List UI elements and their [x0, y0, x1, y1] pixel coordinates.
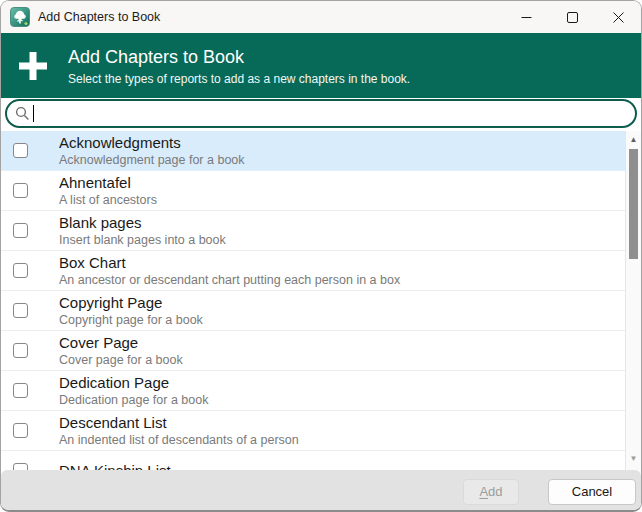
app-logo-icon: [10, 7, 30, 27]
scroll-down-icon[interactable]: ▼: [626, 452, 641, 466]
list-item[interactable]: Cover Page Cover page for a book: [1, 331, 641, 371]
minimize-icon: [521, 12, 532, 23]
dialog-title: Add Chapters to Book: [68, 46, 410, 68]
list-item[interactable]: Dedication Page Dedication page for a bo…: [1, 371, 641, 411]
item-text: Ahnentafel A list of ancestors: [59, 173, 157, 208]
titlebar[interactable]: Add Chapters to Book: [1, 1, 641, 33]
list-item[interactable]: Acknowledgments Acknowledgment page for …: [1, 131, 641, 171]
item-text: Box Chart An ancestor or descendant char…: [59, 253, 400, 288]
item-text: Cover Page Cover page for a book: [59, 333, 183, 368]
minimize-button[interactable]: [503, 1, 549, 33]
window-title: Add Chapters to Book: [38, 10, 160, 24]
item-checkbox[interactable]: [13, 343, 28, 358]
add-button[interactable]: Add: [463, 479, 519, 505]
item-description: Acknowledgment page for a book: [59, 152, 245, 168]
text-caret: [33, 105, 34, 122]
item-checkbox[interactable]: [13, 183, 28, 198]
report-list: Acknowledgments Acknowledgment page for …: [1, 131, 641, 470]
search-icon: [15, 106, 30, 121]
item-checkbox[interactable]: [13, 423, 28, 438]
action-bar: Add Cancel: [1, 470, 641, 512]
scrollbar-thumb[interactable]: [629, 149, 638, 259]
item-checkbox[interactable]: [13, 463, 28, 470]
close-button[interactable]: [595, 1, 641, 33]
list-item[interactable]: Blank pages Insert blank pages into a bo…: [1, 211, 641, 251]
item-description: Copyright page for a book: [59, 312, 203, 328]
item-text: Acknowledgments Acknowledgment page for …: [59, 133, 245, 168]
item-text: Copyright Page Copyright page for a book: [59, 293, 203, 328]
item-text: Blank pages Insert blank pages into a bo…: [59, 213, 226, 248]
item-title: Ahnentafel: [59, 173, 157, 192]
item-description: Dedication page for a book: [59, 392, 208, 408]
item-checkbox[interactable]: [13, 303, 28, 318]
dialog-window: Add Chapters to Book Add Chapters to Boo…: [0, 0, 642, 512]
plus-add-icon: [16, 49, 50, 83]
list-item[interactable]: DNA Kinship List: [1, 451, 641, 470]
item-title: Dedication Page: [59, 373, 208, 392]
item-text: DNA Kinship List: [59, 461, 171, 470]
list-item[interactable]: Descendant List An indented list of desc…: [1, 411, 641, 451]
maximize-icon: [567, 12, 578, 23]
item-text: Dedication Page Dedication page for a bo…: [59, 373, 208, 408]
dialog-header: Add Chapters to Book Select the types of…: [1, 33, 641, 98]
list-item[interactable]: Ahnentafel A list of ancestors: [1, 171, 641, 211]
item-title: Box Chart: [59, 253, 400, 272]
item-title: Blank pages: [59, 213, 226, 232]
scrollbar[interactable]: ▲ ▼: [625, 131, 641, 470]
window-controls: [503, 1, 641, 33]
search-input[interactable]: [36, 102, 635, 125]
item-description: A list of ancestors: [59, 192, 157, 208]
item-checkbox[interactable]: [13, 263, 28, 278]
item-title: Descendant List: [59, 413, 299, 432]
item-checkbox[interactable]: [13, 383, 28, 398]
list-item[interactable]: Copyright Page Copyright page for a book: [1, 291, 641, 331]
scroll-up-icon[interactable]: ▲: [626, 133, 641, 147]
search-area: [1, 98, 641, 131]
cancel-button[interactable]: Cancel: [548, 479, 636, 505]
item-title: Acknowledgments: [59, 133, 245, 152]
item-title: DNA Kinship List: [59, 461, 171, 470]
item-title: Cover Page: [59, 333, 183, 352]
item-description: Cover page for a book: [59, 352, 183, 368]
header-text: Add Chapters to Book Select the types of…: [68, 46, 410, 86]
item-checkbox[interactable]: [13, 223, 28, 238]
search-box[interactable]: [5, 99, 637, 128]
item-description: An ancestor or descendant chart putting …: [59, 272, 400, 288]
item-description: Insert blank pages into a book: [59, 232, 226, 248]
dialog-subtitle: Select the types of reports to add as a …: [68, 72, 410, 86]
item-description: An indented list of descendants of a per…: [59, 432, 299, 448]
item-checkbox[interactable]: [13, 143, 28, 158]
item-text: Descendant List An indented list of desc…: [59, 413, 299, 448]
list-item[interactable]: Box Chart An ancestor or descendant char…: [1, 251, 641, 291]
close-icon: [613, 12, 624, 23]
item-title: Copyright Page: [59, 293, 203, 312]
maximize-button[interactable]: [549, 1, 595, 33]
